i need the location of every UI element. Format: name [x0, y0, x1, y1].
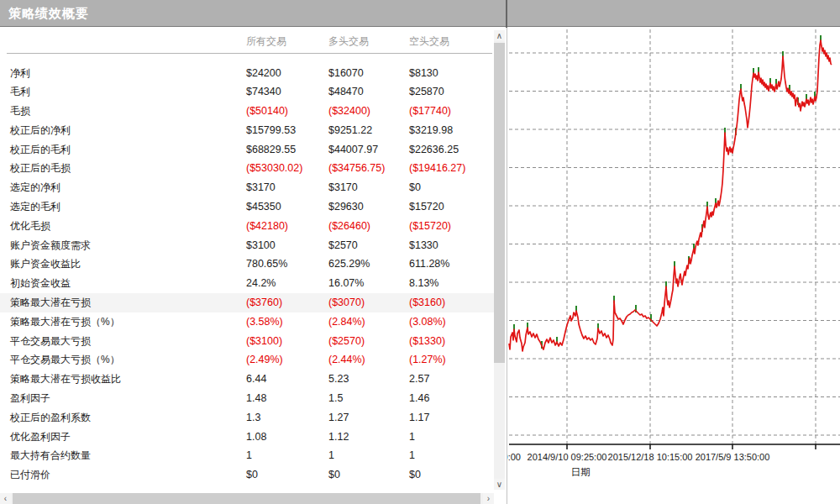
table-row[interactable]: 选定的净利$3170$3170$0	[0, 178, 494, 197]
row-value: 1.27	[328, 408, 349, 428]
equity-low-line	[509, 40, 832, 351]
table-row[interactable]: 初始资金收益24.2%16.07%8.13%	[0, 274, 494, 293]
vertical-scrollbar[interactable]: ∧ ∨	[494, 30, 505, 490]
table-row[interactable]: 优化盈利因子1.081.121	[0, 428, 494, 447]
scroll-right-icon[interactable]: ›	[483, 493, 494, 504]
row-label: 优化盈利因子	[10, 428, 71, 447]
row-value: 1	[409, 428, 415, 447]
table-row[interactable]: 策略最大潜在亏损（%）(3.58%)(2.84%)(3.08%)	[0, 312, 494, 332]
row-value: (1.27%)	[409, 350, 446, 370]
row-label: 盈利因子	[10, 389, 50, 408]
scroll-down-icon[interactable]: ∨	[494, 479, 505, 490]
row-label: 最大持有合约数量	[10, 446, 91, 465]
app-window: 策略绩效概要 所有交易 多头交易 空头交易 净利$24200$16070$813…	[0, 0, 840, 504]
row-value: $24200	[246, 64, 281, 83]
row-value: $45350	[246, 197, 281, 217]
scroll-left-icon[interactable]: ‹	[0, 493, 11, 504]
row-label: 净利	[10, 64, 30, 83]
table-row[interactable]: 校正后的毛利$68829.55$44007.97$22636.25	[0, 140, 494, 160]
row-label: 优化毛损	[10, 217, 50, 236]
row-value: (2.49%)	[246, 350, 283, 370]
table-row[interactable]: 校正后的盈利系数1.31.271.17	[0, 408, 494, 428]
row-value: ($42180)	[246, 217, 288, 236]
row-value: $3219.98	[409, 121, 453, 140]
row-value: ($2570)	[328, 332, 365, 351]
equity-curve-plot: 0:002014/9/10 09:25:002015/12/18 10:15:0…	[507, 28, 840, 504]
column-header-all-trades: 所有交易	[246, 30, 286, 52]
row-value: ($3100)	[246, 332, 282, 351]
x-tick-label: 2014/9/10 09:25:00	[528, 452, 607, 462]
row-value: $2570	[328, 236, 358, 255]
row-label: 初始资金收益	[10, 274, 71, 293]
row-value: $3170	[246, 178, 276, 197]
table-row[interactable]: 校正后的净利$15799.53$9251.22$3219.98	[0, 121, 494, 140]
row-value: 2.57	[409, 370, 429, 389]
table-row[interactable]: 策略最大潜在亏损收益比6.445.232.57	[0, 370, 494, 389]
table-row[interactable]: 最大持有合约数量111	[0, 446, 494, 465]
horizontal-scrollbar-thumb[interactable]	[13, 493, 480, 504]
panel-divider	[506, 0, 507, 28]
table-row[interactable]: 选定的毛利$45350$29630$15720	[0, 197, 494, 217]
column-header-long-trades: 多头交易	[328, 30, 369, 52]
row-value: 16.07%	[328, 274, 364, 293]
row-value: ($15720)	[409, 217, 451, 236]
table-body: 净利$24200$16070$8130毛利$74340$48470$25870毛…	[0, 64, 494, 486]
row-value: ($3070)	[328, 293, 365, 312]
row-value: $0	[328, 465, 340, 485]
row-value: $1330	[409, 236, 438, 255]
horizontal-scrollbar[interactable]: ‹ ›	[0, 493, 494, 504]
row-value: 1.12	[328, 428, 349, 447]
row-value: $3100	[246, 236, 276, 255]
row-value: $15720	[409, 197, 444, 217]
row-value: 5.23	[328, 370, 349, 389]
row-label: 账户资金收益比	[10, 255, 81, 274]
row-value: (2.84%)	[328, 312, 365, 332]
row-label: 毛损	[10, 102, 30, 121]
row-label: 平仓交易最大亏损	[10, 332, 91, 351]
row-label: 策略最大潜在亏损（%）	[10, 312, 120, 332]
table-row[interactable]: 校正后的毛损($53030.02)($34756.75)($19416.27)	[0, 159, 494, 178]
table-row[interactable]: 毛利$74340$48470$25870	[0, 82, 494, 102]
row-value: $15799.53	[246, 121, 296, 140]
table-row[interactable]: 毛损($50140)($32400)($17740)	[0, 102, 494, 121]
row-value: $16070	[328, 64, 364, 83]
row-label: 校正后的毛损	[10, 159, 71, 178]
vertical-scrollbar-thumb[interactable]	[494, 43, 505, 363]
row-label: 校正后的毛利	[10, 140, 71, 160]
table-row[interactable]: 平仓交易最大亏损($3100)($2570)($1330)	[0, 332, 494, 351]
row-label: 平仓交易最大亏损（%）	[10, 350, 120, 370]
row-label: 校正后的净利	[10, 121, 71, 140]
table-row[interactable]: 平仓交易最大亏损（%）(2.49%)(2.44%)(1.27%)	[0, 350, 494, 370]
row-value: 1.17	[409, 408, 429, 428]
table-row[interactable]: 盈利因子1.481.51.46	[0, 389, 494, 408]
table-row[interactable]: 优化毛损($42180)($26460)($15720)	[0, 217, 494, 236]
row-value: 24.2%	[246, 274, 276, 293]
row-value: 1.5	[328, 389, 343, 408]
row-value: ($34756.75)	[328, 159, 385, 178]
column-header-short-trades: 空头交易	[409, 30, 449, 52]
row-label: 毛利	[10, 82, 30, 102]
row-value: 611.28%	[409, 255, 449, 274]
row-value: 625.29%	[328, 255, 370, 274]
row-value: ($17740)	[409, 102, 451, 121]
table-row[interactable]: 策略最大潜在亏损($3760)($3070)($3160)	[0, 293, 494, 312]
row-value: ($53030.02)	[246, 159, 302, 178]
table-row[interactable]: 已付滑价$0$0$0	[0, 465, 494, 485]
table-row[interactable]: 账户资金收益比780.65%625.29%611.28%	[0, 255, 494, 274]
equity-curve-chart: 0:002014/9/10 09:25:002015/12/18 10:15:0…	[507, 28, 840, 504]
row-value: $48470	[328, 82, 364, 102]
row-value: 6.44	[246, 370, 266, 389]
row-value: $25870	[409, 82, 444, 102]
table-row[interactable]: 账户资金额度需求$3100$2570$1330	[0, 236, 494, 255]
row-value: ($26460)	[328, 217, 370, 236]
row-value: $29630	[328, 197, 364, 217]
row-value: 1.3	[246, 408, 260, 428]
scroll-up-icon[interactable]: ∧	[494, 30, 505, 41]
row-label: 已付滑价	[10, 465, 50, 485]
row-value: 8.13%	[409, 274, 438, 293]
row-value: $3170	[328, 178, 358, 197]
table-row[interactable]: 净利$24200$16070$8130	[0, 64, 494, 83]
row-value: $22636.25	[409, 140, 459, 160]
row-value: $0	[246, 465, 258, 485]
row-value: (3.58%)	[246, 312, 283, 332]
